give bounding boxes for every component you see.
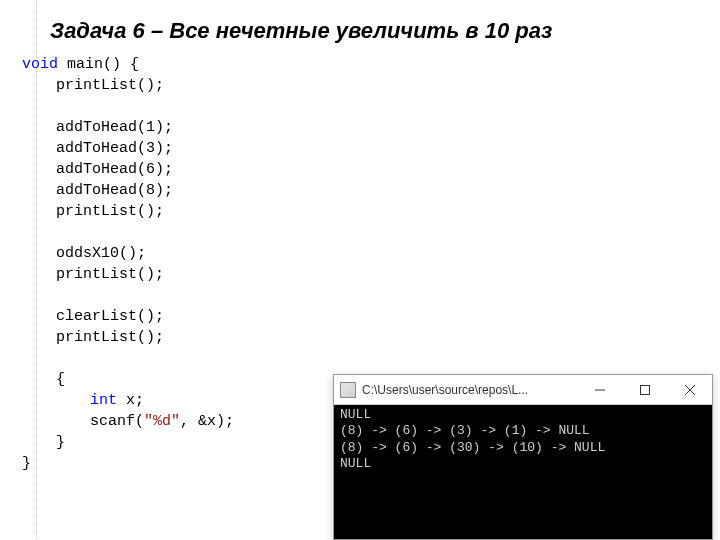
maximize-button[interactable] <box>622 375 667 404</box>
svg-rect-1 <box>640 385 649 394</box>
code-line <box>22 222 720 243</box>
code-line: addToHead(8); <box>22 180 720 201</box>
minimize-button[interactable] <box>577 375 622 404</box>
minimize-icon <box>595 385 605 395</box>
code-line <box>22 285 720 306</box>
code-line: oddsX10(); <box>22 243 720 264</box>
console-window: C:\Users\user\source\repos\L... NULL(8) … <box>333 374 713 540</box>
window-controls <box>577 375 712 404</box>
console-output-line: NULL <box>340 456 706 472</box>
console-output-line: NULL <box>340 407 706 423</box>
console-titlebar[interactable]: C:\Users\user\source\repos\L... <box>334 375 712 405</box>
code-line <box>22 96 720 117</box>
code-line: clearList(); <box>22 306 720 327</box>
code-line: printList(); <box>22 327 720 348</box>
page-title: Задача 6 – Все нечетные увеличить в 10 р… <box>0 0 720 44</box>
code-line: addToHead(1); <box>22 117 720 138</box>
close-icon <box>685 385 695 395</box>
console-output-line: (8) -> (6) -> (3) -> (1) -> NULL <box>340 423 706 439</box>
console-output: NULL(8) -> (6) -> (3) -> (1) -> NULL(8) … <box>334 405 712 539</box>
console-output-line: (8) -> (6) -> (30) -> (10) -> NULL <box>340 440 706 456</box>
maximize-icon <box>640 385 650 395</box>
code-line: addToHead(6); <box>22 159 720 180</box>
console-app-icon <box>340 382 356 398</box>
code-line <box>22 348 720 369</box>
code-line: printList(); <box>22 264 720 285</box>
code-line: printList(); <box>22 75 720 96</box>
console-title-text: C:\Users\user\source\repos\L... <box>362 383 577 397</box>
code-line: void main() { <box>22 54 720 75</box>
code-line: printList(); <box>22 201 720 222</box>
code-line: addToHead(3); <box>22 138 720 159</box>
close-button[interactable] <box>667 375 712 404</box>
